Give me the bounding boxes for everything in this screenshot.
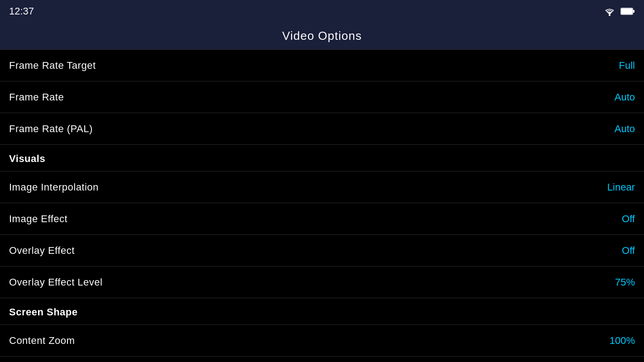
- frame-rate-pal-value: Auto: [615, 123, 635, 135]
- content-zoom-value: 100%: [610, 335, 635, 347]
- frame-rate-label: Frame Rate: [9, 91, 64, 103]
- visuals-header-label: Visuals: [9, 153, 45, 164]
- visuals-header: Visuals: [0, 145, 644, 171]
- screen-shape-header-label: Screen Shape: [9, 306, 78, 318]
- wifi-icon: [603, 6, 616, 16]
- battery-icon: [620, 7, 635, 15]
- image-effect-value: Off: [622, 213, 635, 225]
- frame-rate-pal-label: Frame Rate (PAL): [9, 123, 93, 135]
- content-zoom-label: Content Zoom: [9, 335, 75, 347]
- frame-rate-value: Auto: [615, 91, 635, 103]
- overlay-effect-level-label: Overlay Effect Level: [9, 276, 102, 288]
- settings-list: Frame Rate TargetFullFrame RateAutoFrame…: [0, 50, 644, 357]
- overlay-effect-label: Overlay Effect: [9, 245, 75, 257]
- image-effect-item[interactable]: Image EffectOff: [0, 203, 644, 235]
- image-interpolation-label: Image Interpolation: [9, 181, 99, 193]
- status-time: 12:37: [9, 5, 34, 17]
- image-effect-label: Image Effect: [9, 213, 67, 225]
- image-interpolation-value: Linear: [607, 181, 635, 193]
- frame-rate-pal-item[interactable]: Frame Rate (PAL)Auto: [0, 113, 644, 145]
- status-icons: [603, 6, 635, 16]
- title-bar: Video Options: [0, 23, 644, 50]
- page-title: Video Options: [282, 29, 362, 43]
- frame-rate-target-item[interactable]: Frame Rate TargetFull: [0, 50, 644, 81]
- overlay-effect-level-value: 75%: [615, 276, 635, 288]
- svg-point-0: [609, 14, 610, 16]
- screen-shape-header: Screen Shape: [0, 298, 644, 325]
- overlay-effect-level-item[interactable]: Overlay Effect Level75%: [0, 267, 644, 298]
- frame-rate-target-value: Full: [619, 60, 635, 71]
- content-zoom-item[interactable]: Content Zoom100%: [0, 325, 644, 357]
- frame-rate-target-label: Frame Rate Target: [9, 60, 96, 71]
- overlay-effect-value: Off: [622, 245, 635, 257]
- status-bar: 12:37: [0, 0, 644, 23]
- overlay-effect-item[interactable]: Overlay EffectOff: [0, 235, 644, 267]
- image-interpolation-item[interactable]: Image InterpolationLinear: [0, 171, 644, 203]
- svg-rect-2: [633, 10, 634, 13]
- svg-rect-3: [621, 9, 632, 14]
- frame-rate-item[interactable]: Frame RateAuto: [0, 81, 644, 113]
